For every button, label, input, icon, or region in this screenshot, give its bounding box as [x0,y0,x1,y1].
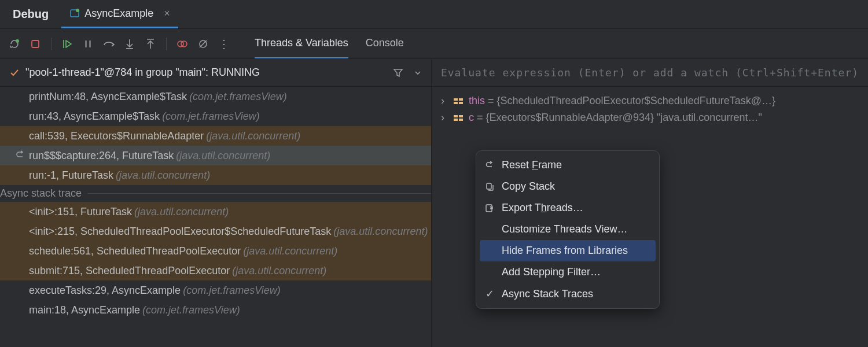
menu-reset-frame[interactable]: Reset Frame [476,154,659,176]
run-config-tab[interactable]: AsyncExample × [61,0,178,28]
stack-frame-selected[interactable]: run$$$capture:264, FutureTask(java.util.… [0,146,431,165]
close-icon[interactable]: × [164,8,170,20]
async-divider: Async stack trace [0,185,431,202]
svg-rect-6 [126,48,133,49]
svg-rect-3 [32,40,39,47]
stack-frame[interactable]: <init>:151, FutureTask(java.util.concurr… [0,202,431,222]
thread-status: "pool-1-thread-1"@784 in group "main": R… [25,67,260,79]
chevron-right-icon[interactable]: › [441,95,448,107]
filter-icon[interactable] [393,68,403,78]
stop-icon[interactable] [28,36,43,51]
stack-frame[interactable]: run:43, AsyncExample$Task(com.jet.frames… [0,106,431,126]
svg-point-9 [181,41,187,47]
menu-async-stack-traces[interactable]: ✓ Async Stack Traces [476,283,659,305]
svg-rect-20 [487,183,491,189]
svg-rect-17 [454,119,458,121]
svg-rect-21 [486,205,492,212]
tab-console[interactable]: Console [366,29,404,58]
stack-frame[interactable]: main:18, AsyncExample(com.jet.framesView… [0,300,431,320]
variables-list[interactable]: › this = {ScheduledThreadPoolExecutor$Sc… [432,87,868,132]
svg-rect-4 [85,40,87,47]
thread-selector[interactable]: "pool-1-thread-1"@784 in group "main": R… [0,59,431,87]
chevron-right-icon[interactable]: › [441,112,448,124]
svg-rect-13 [454,102,458,104]
svg-rect-14 [459,98,463,101]
stack-frame[interactable]: printNum:48, AsyncExample$Task(com.jet.f… [0,87,431,106]
menu-hide-frames-from-libraries[interactable]: Hide Frames from Libraries [480,240,656,261]
stack-frame[interactable]: schedule:561, ScheduledThreadPoolExecuto… [0,241,431,261]
svg-point-2 [16,39,19,43]
debug-tabs: Threads & Variables Console [255,29,404,58]
separator [166,38,167,50]
frames-list[interactable]: printNum:48, AsyncExample$Task(com.jet.f… [0,87,431,347]
resume-icon[interactable] [60,36,75,51]
debug-toolbar: ⋮ Threads & Variables Console [0,29,868,59]
toolwindow-tab-bar: Debug AsyncExample × [0,0,868,29]
separator [51,38,52,50]
menu-copy-stack[interactable]: Copy Stack [476,176,659,197]
menu-customize-threads-view[interactable]: Customize Threads View… [476,219,659,240]
step-into-icon[interactable] [122,36,137,51]
pause-icon[interactable] [80,36,95,51]
svg-rect-12 [454,98,458,101]
reset-frame-gutter-icon[interactable] [15,150,25,161]
run-config-icon [69,8,80,19]
check-icon: ✓ [484,287,495,300]
stack-frame[interactable]: submit:715, ScheduledThreadPoolExecutor(… [0,261,431,280]
frames-pane: "pool-1-thread-1"@784 in group "main": R… [0,59,432,347]
menu-export-threads[interactable]: Export Threads… [476,197,659,219]
rerun-icon[interactable] [7,36,22,51]
svg-rect-19 [459,119,463,121]
run-config-label: AsyncExample [84,8,153,20]
check-icon [9,68,20,78]
reset-frame-icon [484,161,495,170]
svg-rect-7 [147,39,154,40]
toolwindow-title: Debug [0,8,61,21]
stack-frame[interactable]: call:539, Executors$RunnableAdapter(java… [0,126,431,146]
export-icon [484,204,495,213]
context-menu: Reset Frame Copy Stack Export Threads… C… [476,150,660,309]
variable-row[interactable]: › c = {Executors$RunnableAdapter@934} "j… [432,109,868,126]
variable-row[interactable]: › this = {ScheduledThreadPoolExecutor$Sc… [432,93,868,109]
copy-icon [484,182,495,191]
more-icon[interactable]: ⋮ [216,36,231,51]
evaluate-expression-input[interactable]: Evaluate expression (Enter) or add a wat… [432,59,868,87]
svg-rect-18 [459,115,463,117]
stack-frame[interactable]: run:-1, FutureTask(java.util.concurrent) [0,165,431,185]
stack-frame[interactable]: <init>:215, ScheduledThreadPoolExecutor$… [0,222,431,241]
object-icon [454,114,463,122]
menu-add-stepping-filter[interactable]: Add Stepping Filter… [476,261,659,283]
chevron-down-icon[interactable] [414,69,422,77]
stack-frame[interactable]: executeTasks:29, AsyncExample(com.jet.fr… [0,280,431,300]
svg-rect-16 [454,115,458,117]
svg-rect-15 [459,102,463,104]
mute-breakpoints-icon[interactable] [196,36,211,51]
svg-rect-5 [89,40,91,47]
step-out-icon[interactable] [143,36,158,51]
object-icon [454,97,463,105]
svg-point-1 [76,9,79,12]
view-breakpoints-icon[interactable] [175,36,190,51]
tab-threads-variables[interactable]: Threads & Variables [255,29,348,58]
step-over-icon[interactable] [101,36,116,51]
